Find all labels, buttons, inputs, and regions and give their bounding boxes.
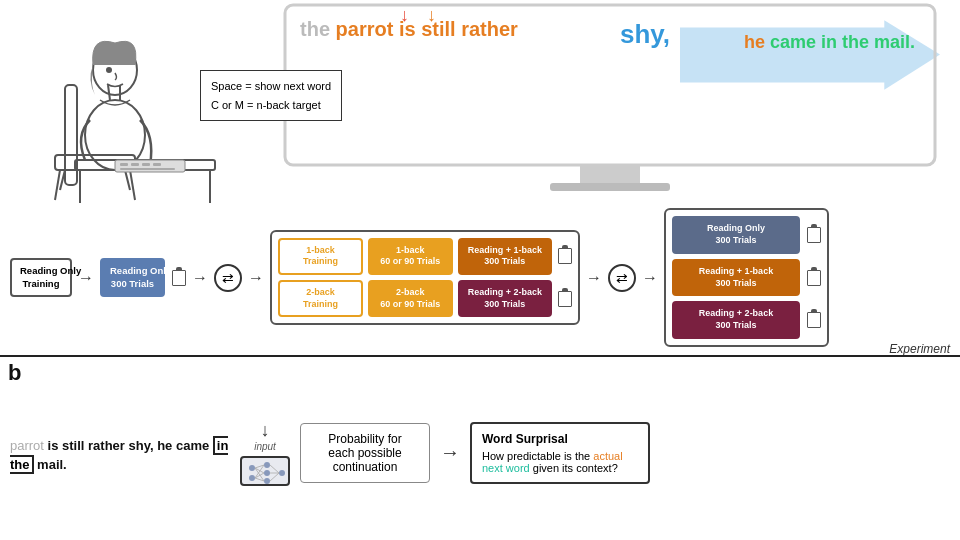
box-reading-1back-group: Reading + 1-back300 Trials <box>458 238 572 275</box>
svg-point-24 <box>249 465 255 471</box>
word-he-arrow: he <box>744 32 765 52</box>
word-still: still <box>416 18 456 40</box>
clipboard-icon-4 <box>807 227 821 243</box>
sentence-faded-part: parrot <box>10 438 44 453</box>
box-reading-only-300: Reading Only300 Trials <box>100 258 165 297</box>
svg-rect-16 <box>131 163 139 166</box>
word-came: came <box>765 32 816 52</box>
sentence-end: mail. <box>34 457 67 472</box>
clipboard-icon-3 <box>558 291 572 307</box>
instruction-line2: C or M = n-back target <box>211 96 331 115</box>
svg-rect-22 <box>580 165 640 185</box>
word-rather: rather <box>456 18 518 40</box>
section-divider <box>0 355 960 357</box>
surprisal-actual-word: actual <box>593 450 622 462</box>
right-reading-2back-group: Reading + 2-back300 Trials <box>672 301 821 338</box>
word-parrot: parrot <box>336 18 394 40</box>
word-the: the <box>300 18 336 40</box>
instruction-box: Space = show next word C or M = n-back t… <box>200 70 342 121</box>
input-section: ↓ input <box>240 420 290 486</box>
svg-point-10 <box>106 67 112 73</box>
svg-rect-18 <box>153 163 161 166</box>
shuffle-circle-2: ⇄ <box>608 264 636 292</box>
surprisal-box: Word Surprisal How predictable is the ac… <box>470 422 650 484</box>
box-2back-training: 2-backTraining <box>278 280 363 317</box>
flow-section: Reading OnlyTraining → Reading Only300 T… <box>0 215 960 340</box>
svg-line-33 <box>255 465 264 478</box>
sentence-bold-part: is still rather shy, he came <box>44 438 213 453</box>
surprisal-title: Word Surprisal <box>482 432 638 446</box>
clipboard-icon-6 <box>807 312 821 328</box>
svg-line-32 <box>255 468 264 481</box>
right-reading-1back-group: Reading + 1-back300 Trials <box>672 259 821 296</box>
bottom-section: parrot is still rather shy, he came in t… <box>0 365 960 540</box>
box-reading-2back-300: Reading + 2-back300 Trials <box>458 280 552 317</box>
input-label: input <box>254 441 276 452</box>
svg-rect-23 <box>550 183 670 191</box>
svg-rect-17 <box>142 163 150 166</box>
arrow-3: → <box>248 269 264 287</box>
shuffle-circle-1: ⇄ <box>214 264 242 292</box>
svg-line-7 <box>108 85 110 100</box>
monitor-area: ↓ ↓ the parrot is still rather shy, he c… <box>270 0 950 210</box>
box-reading-2back-group: Reading + 2-back300 Trials <box>458 280 572 317</box>
svg-point-28 <box>264 478 270 484</box>
box-right-reading-only: Reading Only300 Trials <box>672 216 800 253</box>
svg-line-5 <box>125 170 130 190</box>
clipboard-icon-1 <box>172 270 186 286</box>
box-reading-only-training: Reading OnlyTraining <box>10 258 72 297</box>
arrow-1: → <box>78 269 94 287</box>
svg-rect-19 <box>120 168 175 170</box>
middle-group: 1-backTraining 1-back60 or 90 Trials Rea… <box>270 230 580 326</box>
box-right-reading-1back: Reading + 1-back300 Trials <box>672 259 800 296</box>
svg-line-2 <box>55 170 60 200</box>
clipboard-icon-5 <box>807 270 821 286</box>
word-shy: shy, <box>620 19 670 49</box>
clipboard-icon-2 <box>558 248 572 264</box>
box-reading-1back-300: Reading + 1-back300 Trials <box>458 238 552 275</box>
svg-marker-20 <box>680 20 940 90</box>
word-the-arrow: the <box>837 32 869 52</box>
prob-to-surprisal-arrow: → <box>440 441 460 464</box>
surprisal-next-word: next word <box>482 462 530 474</box>
svg-point-27 <box>264 470 270 476</box>
instruction-line1: Space = show next word <box>211 77 331 96</box>
probability-box: Probability foreach possiblecontinuation <box>300 423 430 483</box>
reading-only-300-group: Reading Only300 Trials <box>100 258 186 297</box>
word-in: in <box>816 32 837 52</box>
svg-point-26 <box>264 462 270 468</box>
box-2back-trials: 2-back60 or 90 Trials <box>368 280 453 317</box>
box-right-reading-2back: Reading + 2-back300 Trials <box>672 301 800 338</box>
down-arrow-input: ↓ <box>261 420 270 441</box>
svg-rect-15 <box>120 163 128 166</box>
arrow-sentence: he came in the mail. <box>744 32 915 53</box>
svg-point-29 <box>279 470 285 476</box>
svg-line-38 <box>270 473 279 481</box>
sentence-shy: shy, <box>620 18 670 50</box>
word-is: is <box>393 18 415 40</box>
svg-point-25 <box>249 475 255 481</box>
arrow-5: → <box>642 269 658 287</box>
svg-line-3 <box>130 170 135 200</box>
experiment-label: Experiment <box>889 342 950 356</box>
arrow-4: → <box>586 269 602 287</box>
sentence-line1: the parrot is still rather <box>300 18 518 41</box>
probability-text: Probability foreach possiblecontinuation <box>328 432 401 474</box>
right-group: Reading Only300 Trials Reading + 1-back3… <box>664 208 829 346</box>
big-arrow-shape <box>680 20 940 90</box>
surprisal-desc: How predictable is the actualnext word g… <box>482 450 638 474</box>
svg-line-36 <box>270 465 279 473</box>
bottom-sentence: parrot is still rather shy, he came in t… <box>10 431 230 475</box>
word-mail: mail. <box>869 32 915 52</box>
box-1back-trials: 1-back60 or 90 Trials <box>368 238 453 275</box>
arrow-2: → <box>192 269 208 287</box>
right-reading-only-group: Reading Only300 Trials <box>672 216 821 253</box>
input-box <box>240 456 290 486</box>
box-1back-training: 1-backTraining <box>278 238 363 275</box>
